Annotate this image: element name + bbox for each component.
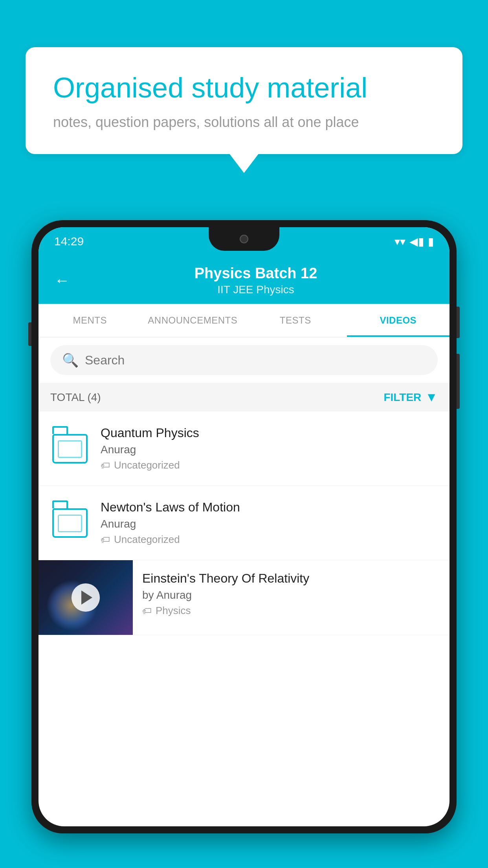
tab-tests[interactable]: TESTS	[244, 304, 347, 337]
video-info: Quantum Physics Anurag 🏷 Uncategorized	[101, 426, 438, 471]
volume-down-button	[457, 354, 460, 409]
filter-label: FILTER	[383, 391, 421, 404]
header-title: Physics Batch 12	[78, 265, 434, 282]
video-thumbnail	[39, 560, 133, 635]
list-item[interactable]: Einstein's Theory Of Relativity by Anura…	[39, 560, 449, 635]
video-author: by Anurag	[142, 589, 440, 601]
speech-bubble: Organised study material notes, question…	[26, 47, 462, 154]
list-item[interactable]: Newton's Laws of Motion Anurag 🏷 Uncateg…	[39, 486, 449, 560]
video-info: Einstein's Theory Of Relativity by Anura…	[133, 560, 449, 628]
wifi-icon: ▾▾	[394, 235, 405, 248]
video-author: Anurag	[101, 518, 438, 530]
tag-icon: 🏷	[101, 534, 110, 545]
tag-label: Uncategorized	[114, 533, 180, 546]
filter-bar: TOTAL (4) FILTER ▼	[39, 383, 449, 412]
front-camera	[240, 235, 248, 243]
phone-container: 14:29 ▾▾ ◀▮ ▮ ← Physics Batch 12 IIT JEE…	[31, 220, 457, 868]
status-time: 14:29	[54, 235, 84, 248]
phone-outer: 14:29 ▾▾ ◀▮ ▮ ← Physics Batch 12 IIT JEE…	[31, 220, 457, 833]
back-button[interactable]: ←	[54, 272, 70, 289]
folder-icon	[50, 427, 90, 470]
filter-button[interactable]: FILTER ▼	[383, 390, 438, 405]
video-tag: 🏷 Physics	[142, 605, 440, 617]
folder-svg	[52, 508, 88, 538]
status-icons: ▾▾ ◀▮ ▮	[394, 235, 434, 248]
header-title-section: Physics Batch 12 IIT JEE Physics	[78, 265, 434, 296]
tag-label: Uncategorized	[114, 459, 180, 471]
folder-icon	[50, 501, 90, 544]
search-bar[interactable]: 🔍	[50, 345, 438, 375]
list-item[interactable]: Quantum Physics Anurag 🏷 Uncategorized	[39, 412, 449, 486]
video-title: Einstein's Theory Of Relativity	[142, 571, 440, 586]
play-button[interactable]	[72, 583, 100, 612]
search-container: 🔍	[39, 337, 449, 383]
hero-section: Organised study material notes, question…	[26, 47, 462, 154]
phone-notch	[209, 227, 279, 251]
search-icon: 🔍	[62, 352, 79, 368]
hero-title: Organised study material	[53, 71, 435, 105]
video-info: Newton's Laws of Motion Anurag 🏷 Uncateg…	[101, 500, 438, 546]
tag-icon: 🏷	[142, 605, 152, 616]
tab-announcements[interactable]: ANNOUNCEMENTS	[141, 304, 244, 337]
search-input[interactable]	[85, 353, 426, 368]
play-icon	[81, 590, 92, 605]
volume-button	[28, 322, 31, 346]
signal-icon: ◀▮	[409, 235, 424, 248]
video-list: Quantum Physics Anurag 🏷 Uncategorized	[39, 412, 449, 635]
video-tag: 🏷 Uncategorized	[101, 459, 438, 471]
video-author: Anurag	[101, 443, 438, 456]
power-button	[457, 307, 460, 338]
tabs-container: MENTS ANNOUNCEMENTS TESTS VIDEOS	[39, 304, 449, 337]
app-header: ← Physics Batch 12 IIT JEE Physics	[39, 256, 449, 304]
folder-svg	[52, 434, 88, 463]
hero-subtitle: notes, question papers, solutions all at…	[53, 114, 435, 131]
video-title: Quantum Physics	[101, 426, 438, 440]
tab-ments[interactable]: MENTS	[39, 304, 141, 337]
tag-icon: 🏷	[101, 460, 110, 471]
battery-icon: ▮	[428, 235, 434, 248]
tag-label: Physics	[156, 605, 191, 617]
total-count: TOTAL (4)	[50, 391, 101, 404]
header-subtitle: IIT JEE Physics	[78, 283, 434, 296]
filter-icon: ▼	[425, 390, 438, 405]
video-tag: 🏷 Uncategorized	[101, 533, 438, 546]
video-title: Newton's Laws of Motion	[101, 500, 438, 515]
tab-videos[interactable]: VIDEOS	[347, 304, 450, 337]
phone-screen: 14:29 ▾▾ ◀▮ ▮ ← Physics Batch 12 IIT JEE…	[39, 227, 449, 826]
